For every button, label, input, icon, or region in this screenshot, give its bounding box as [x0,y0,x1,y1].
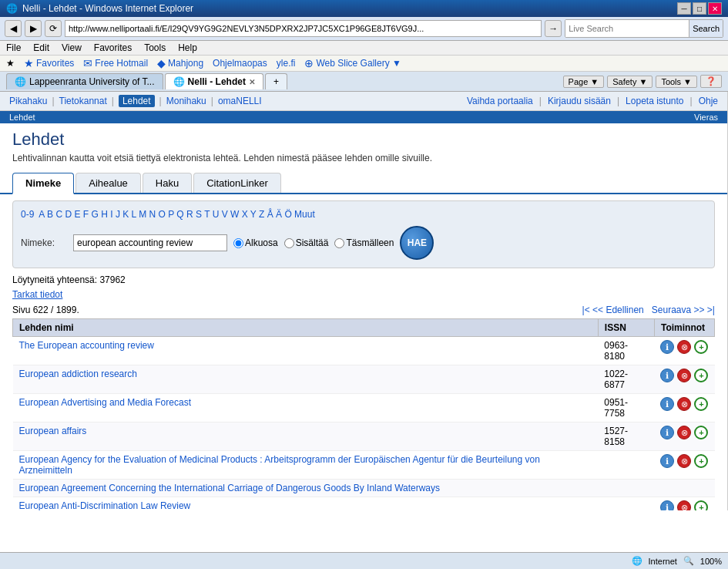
maximize-button[interactable]: □ [693,2,706,15]
go-button[interactable]: → [545,20,562,37]
alpha-q[interactable]: Q [176,209,183,220]
alpha-v[interactable]: V [222,209,228,220]
radio-sisaltaa[interactable]: Sisältää [284,237,329,248]
tab-haku[interactable]: Haku [143,173,192,193]
alpha-09[interactable]: 0-9 [21,209,34,220]
alpha-n[interactable]: N [149,209,156,220]
result-link-3[interactable]: European Advertising and Media Forecast [19,397,191,408]
stop-icon-5[interactable]: ⊗ [677,454,691,468]
yle-link[interactable]: yle.fi [277,58,296,69]
help-button[interactable]: ❓ [700,75,722,88]
alpha-oe[interactable]: Ö [284,209,291,220]
nav-omanelli[interactable]: omaNELLI [218,96,262,106]
alpha-f[interactable]: F [83,209,89,220]
nav-vaihda[interactable]: Vaihda portaalia [467,96,533,106]
alpha-aa[interactable]: Å [267,209,273,220]
result-link-6[interactable]: European Agreement Concerning the Intern… [19,483,441,493]
alpha-e[interactable]: E [74,209,80,220]
result-link-5[interactable]: European Agency for the Evaluation of Me… [19,454,540,476]
radio-alkuosa[interactable]: Alkuosa [233,237,278,248]
add-icon-7[interactable]: + [694,500,708,510]
info-icon-3[interactable]: ℹ [660,397,674,411]
page-area[interactable]: Pikahaku | Tietokannat | Lehdet | Moniha… [0,92,728,510]
nav-lopeta[interactable]: Lopeta istunto [626,96,683,106]
tab-nelli-lehdet[interactable]: 🌐 Nelli - Lehdet ✕ [165,73,263,89]
tools-button[interactable]: Tools ▼ [656,76,697,88]
mahjong-link[interactable]: ◆Mahjong [157,57,203,69]
alpha-b[interactable]: B [47,209,53,220]
stop-icon-3[interactable]: ⊗ [677,397,691,411]
nav-ohje[interactable]: Ohje [699,96,718,106]
alpha-s[interactable]: S [196,209,202,220]
alpha-k[interactable]: K [122,209,129,220]
nav-pikahaku[interactable]: Pikahaku [9,96,47,106]
alpha-g[interactable]: G [91,209,98,220]
live-search-input[interactable] [565,20,689,37]
prev-links[interactable]: |< << Edellinen [582,305,644,315]
hae-button[interactable]: HAE [400,226,434,260]
safety-button[interactable]: Safety ▼ [607,76,653,88]
result-link-2[interactable]: European addiction research [19,369,137,379]
stop-icon-4[interactable]: ⊗ [677,426,691,439]
alpha-p[interactable]: P [168,209,174,220]
live-search-button[interactable]: Search [689,20,723,37]
menu-help[interactable]: Help [178,42,197,53]
favorites-link[interactable]: ★Favorites [24,57,74,69]
alpha-z[interactable]: Z [259,209,264,220]
page-button[interactable]: Page ▼ [563,76,605,88]
hotmail-link[interactable]: ✉Free Hotmail [83,57,148,69]
nav-monihaku[interactable]: Monihaku [166,96,206,106]
forward-button[interactable]: ▶ [25,20,42,37]
result-link-4[interactable]: European affairs [19,426,87,436]
alpha-o[interactable]: O [159,209,166,220]
menu-tools[interactable]: Tools [144,42,166,53]
result-link-1[interactable]: The European accounting review [19,340,154,351]
alpha-a[interactable]: A [39,209,44,220]
next-links[interactable]: Seuraava >> >| [652,305,715,315]
menu-favorites[interactable]: Favorites [94,42,132,53]
alpha-j[interactable]: J [116,209,120,220]
alpha-w[interactable]: W [230,209,239,220]
alpha-ae[interactable]: Ä [276,209,282,220]
add-icon-1[interactable]: + [694,340,708,354]
alpha-y[interactable]: Y [250,209,257,220]
tab-nimeke[interactable]: Nimeke [12,173,74,194]
alpha-r[interactable]: R [186,209,193,220]
radio-tasmalleen[interactable]: Täsmälleen [334,237,394,248]
nav-kirjaudu[interactable]: Kirjaudu sisään [548,96,611,106]
close-button[interactable]: ✕ [708,2,722,15]
tab-close-button[interactable]: ✕ [249,78,255,86]
add-icon-2[interactable]: + [694,369,708,382]
ohjelmaopas-link[interactable]: Ohjelmaopas [213,58,267,69]
alpha-d[interactable]: D [65,209,72,220]
alpha-h[interactable]: H [101,209,108,220]
add-icon-4[interactable]: + [694,426,708,439]
stop-icon-1[interactable]: ⊗ [677,340,691,354]
tab-new[interactable]: + [265,73,287,89]
tarkat-tiedot-link[interactable]: Tarkat tiedot [12,289,62,300]
alpha-x[interactable]: X [242,209,248,220]
info-icon-7[interactable]: ℹ [660,500,674,510]
alpha-m[interactable]: M [139,209,146,220]
tab-aihealue[interactable]: Aihealue [75,173,141,193]
tab-citationlinker[interactable]: CitationLinker [193,173,281,193]
minimize-button[interactable]: ─ [677,2,691,15]
info-icon-1[interactable]: ℹ [660,340,674,354]
nimeke-search-input[interactable] [73,234,227,251]
refresh-button[interactable]: ⟳ [45,20,62,37]
webslice-link[interactable]: ⊕Web Slice Gallery ▼ [304,57,401,69]
alpha-c[interactable]: C [55,209,62,220]
add-icon-3[interactable]: + [694,397,708,411]
nav-tietokannat[interactable]: Tietokannat [59,96,107,106]
tab-lappeenranta[interactable]: 🌐 Lappeenranta University of T... [6,73,163,89]
info-icon-2[interactable]: ℹ [660,369,674,382]
address-input[interactable] [65,20,542,37]
menu-edit[interactable]: Edit [33,42,49,53]
info-icon-5[interactable]: ℹ [660,454,674,468]
info-icon-4[interactable]: ℹ [660,426,674,439]
back-button[interactable]: ◀ [5,20,22,37]
alpha-i[interactable]: I [110,209,112,220]
result-link-7[interactable]: European Anti-Discrimination Law Review [19,500,191,510]
alpha-l[interactable]: L [132,209,136,220]
stop-icon-2[interactable]: ⊗ [677,369,691,382]
